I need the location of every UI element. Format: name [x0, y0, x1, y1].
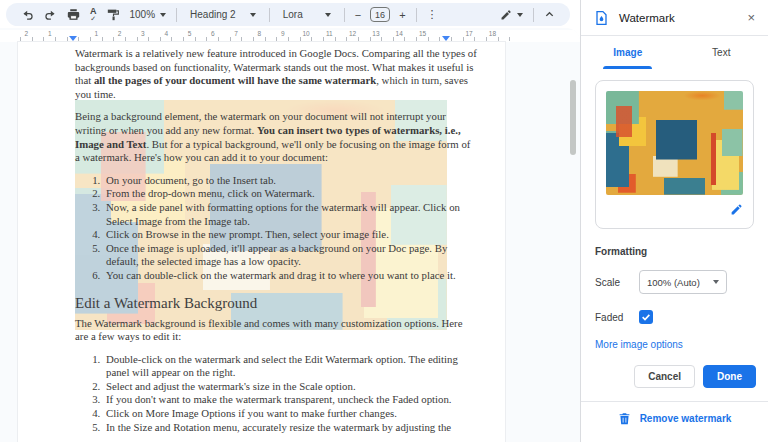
toolbar-pill: A✓ 100% Heading 2 Lora − 16 +: [6, 3, 570, 26]
ruler-number: 13: [372, 30, 379, 37]
toolbar-divider: [176, 8, 177, 22]
redo-button[interactable]: [39, 5, 62, 25]
ruler-number: 6: [211, 30, 215, 37]
ruler-number: 7: [234, 30, 238, 37]
style-value: Heading 2: [190, 9, 236, 20]
ruler-number: 1: [48, 30, 52, 37]
list-item: In the Size and Rotation menu, accuratel…: [103, 421, 477, 435]
spell-check-icon: A✓: [90, 7, 97, 22]
doc-list: Double-click on the watermark and select…: [75, 353, 477, 435]
list-item: Now, a side panel with formatting option…: [103, 201, 477, 228]
toolbar-divider: [533, 8, 534, 22]
list-item: Once the image is uploaded, it'll appear…: [103, 242, 477, 269]
ruler-number: 2: [25, 30, 29, 37]
formatting-section-label: Formatting: [595, 246, 754, 257]
ruler[interactable]: 211234567891011121314151718: [0, 30, 580, 42]
more-image-options-link[interactable]: More image options: [595, 339, 754, 350]
watermark-preview-image: [606, 91, 743, 195]
list-item: Select and adjust the watermark's size i…: [103, 380, 477, 394]
document-page[interactable]: Watermark is a relatively new feature in…: [18, 42, 505, 442]
pencil-icon: [500, 9, 512, 21]
scale-row: Scale 100% (Auto): [595, 270, 754, 294]
print-icon: [67, 8, 80, 21]
check-icon: [641, 312, 651, 322]
vertical-scrollbar[interactable]: [570, 80, 576, 155]
ruler-number: 4: [164, 30, 168, 37]
ruler-number: 8: [258, 30, 262, 37]
ruler-number: 1: [94, 30, 98, 37]
editing-mode-button[interactable]: [495, 5, 528, 25]
paint-roller-icon: [107, 8, 120, 21]
spell-check-button[interactable]: A✓: [85, 5, 102, 25]
document-canvas: 211234567891011121314151718 Watermark is…: [0, 28, 580, 442]
tab-image[interactable]: Image: [581, 36, 675, 69]
faded-label: Faded: [595, 312, 639, 323]
list-item: Double-click on the watermark and select…: [103, 353, 477, 380]
ruler-number: 15: [419, 30, 426, 37]
cancel-button[interactable]: Cancel: [634, 365, 695, 388]
document-content: Watermark is a relatively new feature in…: [18, 42, 505, 434]
list-item: Click on More Image Options if you want …: [103, 407, 477, 421]
done-button[interactable]: Done: [703, 365, 756, 388]
close-icon[interactable]: ×: [747, 10, 755, 25]
undo-icon: [21, 8, 34, 21]
more-options-button[interactable]: ⋮: [422, 5, 443, 25]
edit-image-row: [606, 203, 743, 218]
ruler-number: 18: [489, 30, 496, 37]
list-item: From the drop-down menu, click on Waterm…: [103, 187, 477, 201]
chevron-up-icon: [544, 9, 555, 20]
trash-icon: [618, 412, 631, 425]
doc-list: On your document, go to the Insert tab.F…: [75, 174, 477, 283]
font-value: Lora: [283, 9, 303, 20]
panel-tabs: Image Text: [581, 36, 768, 69]
font-size-increase-button[interactable]: +: [394, 5, 410, 25]
list-item: On your document, go to the Insert tab.: [103, 174, 477, 188]
toolbar-divider: [269, 8, 270, 22]
paint-format-button[interactable]: [102, 5, 125, 25]
google-docs-window: A✓ 100% Heading 2 Lora − 16 +: [0, 0, 768, 442]
chevron-down-icon: [713, 280, 719, 284]
panel-title: Watermark: [619, 12, 675, 24]
redo-icon: [44, 8, 57, 21]
list-item: You can double-click on the watermark an…: [103, 269, 477, 283]
indent-marker[interactable]: [442, 36, 450, 41]
faded-checkbox[interactable]: [639, 310, 653, 324]
zoom-select[interactable]: 100%: [125, 5, 172, 25]
ruler-number: 2: [118, 30, 122, 37]
font-size-input[interactable]: 16: [370, 7, 390, 22]
faded-row: Faded: [595, 310, 754, 324]
toolbar: A✓ 100% Heading 2 Lora − 16 +: [0, 0, 580, 28]
ruler-number: 10: [302, 30, 309, 37]
remove-watermark-button[interactable]: Remove watermark: [581, 401, 768, 435]
watermark-panel: Watermark × Image Text Formatting Scale …: [580, 0, 768, 442]
list-item: If you don't want to make the watermark …: [103, 393, 477, 407]
list-item: Click on Browse in the new prompt. Then,…: [103, 228, 477, 242]
print-button[interactable]: [62, 5, 85, 25]
remove-watermark-label: Remove watermark: [640, 413, 732, 424]
undo-button[interactable]: [16, 5, 39, 25]
ruler-number: 3: [141, 30, 145, 37]
chevron-down-icon: [160, 13, 166, 17]
toolbar-divider: [344, 8, 345, 22]
toolbar-divider: [416, 8, 417, 22]
font-select[interactable]: Lora: [275, 5, 339, 25]
zoom-value: 100%: [130, 9, 156, 20]
watermark-image-card: [595, 80, 754, 229]
edit-pencil-icon: [730, 203, 743, 216]
font-size-decrease-button[interactable]: −: [350, 5, 366, 25]
styles-select[interactable]: Heading 2: [182, 5, 264, 25]
ruler-number: 9: [281, 30, 285, 37]
indent-marker[interactable]: [69, 36, 77, 41]
chevron-down-icon: [250, 13, 256, 17]
tab-text[interactable]: Text: [675, 36, 768, 69]
scale-select[interactable]: 100% (Auto): [639, 270, 727, 294]
hide-menus-button[interactable]: [539, 5, 560, 25]
doc-paragraph: Being a background element, the watermar…: [75, 110, 477, 164]
edit-image-button[interactable]: [730, 203, 743, 218]
ruler-ticks: [20, 37, 510, 41]
scale-label: Scale: [595, 277, 639, 288]
doc-paragraph: The Watermark background is flexible and…: [75, 317, 477, 344]
ruler-number: 14: [396, 30, 403, 37]
ruler-number: 5: [188, 30, 192, 37]
doc-heading: Edit a Watermark Background: [75, 294, 477, 312]
